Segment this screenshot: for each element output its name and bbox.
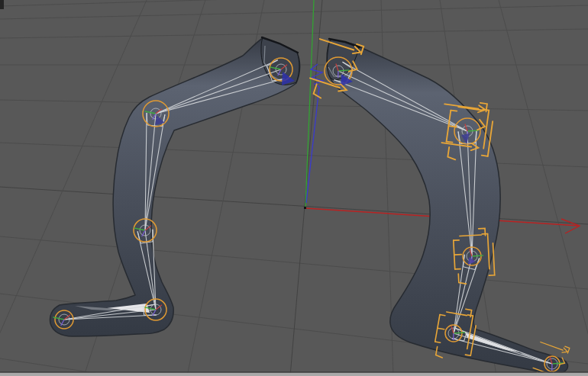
world-origin-dot [304,207,306,209]
viewport-canvas[interactable] [0,0,588,376]
viewport-window [0,0,588,376]
viewport-border [0,371,588,376]
corner-mark [0,0,4,9]
